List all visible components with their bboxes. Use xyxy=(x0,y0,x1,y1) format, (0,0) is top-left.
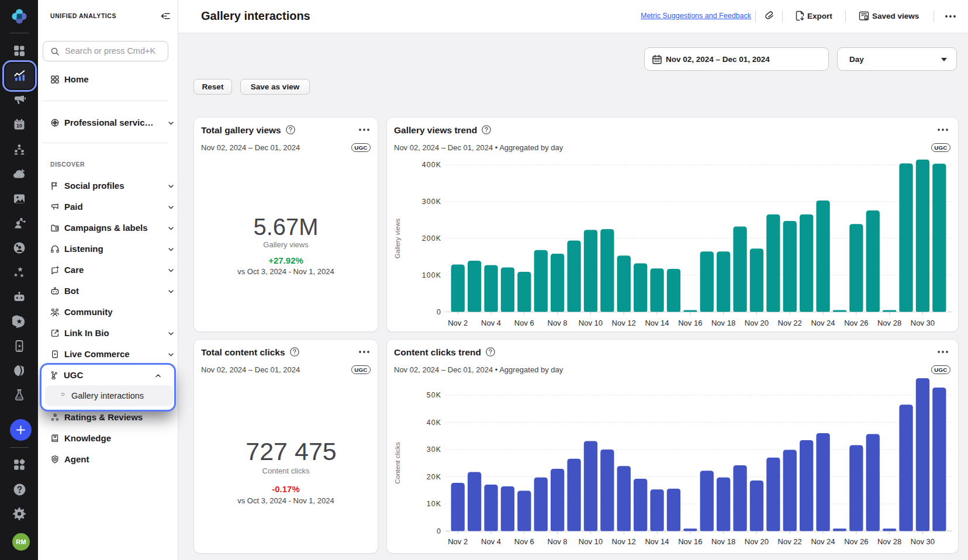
svg-text:Nov 26: Nov 26 xyxy=(844,537,868,546)
svg-text:Nov 6: Nov 6 xyxy=(514,319,534,327)
svg-text:A: A xyxy=(54,457,56,461)
svg-text:Nov 20: Nov 20 xyxy=(745,537,769,546)
svg-text:Nov 8: Nov 8 xyxy=(548,537,568,546)
svg-text:Nov 24: Nov 24 xyxy=(811,537,835,546)
svg-text:Nov 18: Nov 18 xyxy=(711,319,735,327)
svg-text:10K: 10K xyxy=(427,500,441,508)
svg-text:Gallery views: Gallery views xyxy=(394,219,401,259)
svg-text:Nov 26: Nov 26 xyxy=(844,319,868,327)
svg-text:200K: 200K xyxy=(422,234,441,243)
svg-text:30K: 30K xyxy=(427,445,441,454)
svg-text:Nov 30: Nov 30 xyxy=(911,319,935,327)
svg-text:Nov 10: Nov 10 xyxy=(579,537,603,546)
svg-text:40K: 40K xyxy=(427,419,441,427)
svg-text:Content clicks: Content clicks xyxy=(394,442,401,484)
svg-text:Nov 4: Nov 4 xyxy=(481,537,501,546)
svg-text:Nov 18: Nov 18 xyxy=(711,537,735,546)
svg-text:400K: 400K xyxy=(422,161,441,169)
svg-text:20K: 20K xyxy=(427,473,441,481)
svg-text:100K: 100K xyxy=(422,271,441,279)
svg-text:Nov 6: Nov 6 xyxy=(514,537,534,546)
svg-text:Nov 20: Nov 20 xyxy=(745,319,769,327)
svg-text:0: 0 xyxy=(437,308,441,316)
svg-text:Nov 16: Nov 16 xyxy=(678,319,702,327)
svg-text:50K: 50K xyxy=(427,391,441,399)
svg-text:0: 0 xyxy=(437,527,441,535)
svg-text:Nov 28: Nov 28 xyxy=(877,537,901,546)
svg-text:Nov 12: Nov 12 xyxy=(612,537,636,546)
svg-text:Nov 14: Nov 14 xyxy=(645,537,669,546)
svg-text:300K: 300K xyxy=(422,198,441,206)
svg-text:Nov 10: Nov 10 xyxy=(579,319,603,327)
svg-text:Nov 22: Nov 22 xyxy=(778,537,802,546)
svg-text:Nov 30: Nov 30 xyxy=(911,537,935,546)
svg-text:Nov 22: Nov 22 xyxy=(778,319,802,327)
svg-text:Nov 24: Nov 24 xyxy=(811,319,835,327)
svg-text:Nov 2: Nov 2 xyxy=(448,319,468,327)
svg-text:Nov 28: Nov 28 xyxy=(877,319,901,327)
svg-text:Nov 8: Nov 8 xyxy=(548,319,568,327)
svg-text:Nov 14: Nov 14 xyxy=(645,319,669,327)
svg-text:Nov 12: Nov 12 xyxy=(612,319,636,327)
svg-text:Nov 4: Nov 4 xyxy=(481,319,501,327)
svg-text:10: 10 xyxy=(16,123,22,129)
svg-text:Nov 16: Nov 16 xyxy=(678,537,702,546)
svg-text:Nov 2: Nov 2 xyxy=(448,537,468,546)
